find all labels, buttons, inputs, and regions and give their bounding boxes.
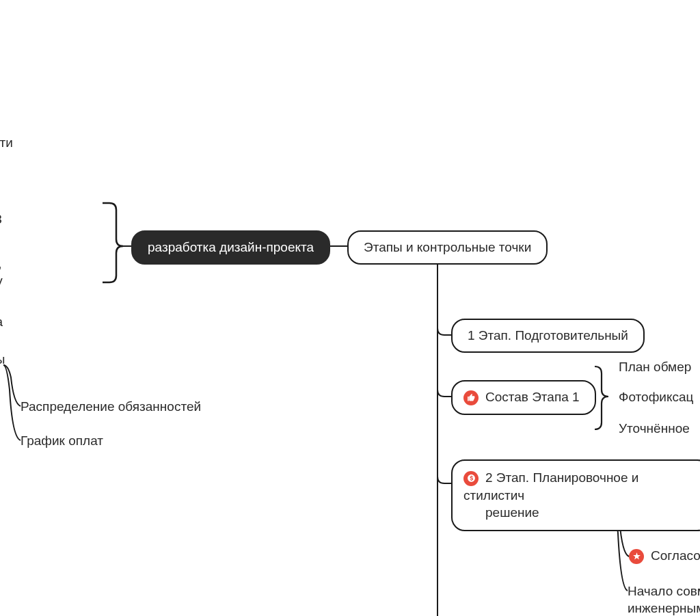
stage1-node[interactable]: 1 Этап. Подготовительный	[451, 319, 645, 353]
sub-duties[interactable]: Распределение обязанностей	[21, 399, 201, 414]
comp1-child-a[interactable]: План обмер	[619, 360, 691, 375]
sub-payments[interactable]: График оплат	[21, 433, 103, 448]
root-node[interactable]: разработка дизайн-проекта	[131, 230, 330, 265]
dollar-icon	[463, 471, 479, 486]
frag-team: состава команды	[0, 352, 5, 367]
stage2-line2: решение	[485, 505, 539, 520]
frag-photo-line2: к по проекту	[0, 273, 3, 289]
frag-tz: ТЗ	[0, 212, 2, 227]
comp1-child-c[interactable]: Уточнённое	[619, 421, 690, 436]
stage2-line1: 2 Этап. Планировочное и стилистич	[463, 470, 638, 503]
stage2-child-b1[interactable]: Начало совме	[628, 584, 700, 599]
star-icon	[629, 549, 644, 564]
stages-node[interactable]: Этапы и контрольные точки	[347, 230, 548, 265]
comp1-label: Состав Этапа 1	[485, 390, 580, 404]
comp1-child-b[interactable]: Фотофиксац	[619, 390, 693, 405]
comp1-node[interactable]: Состав Этапа 1	[451, 380, 596, 415]
frag-photo-line1: офиксация,	[0, 256, 1, 271]
stage2-node[interactable]: 2 Этап. Планировочное и стилистич решени…	[451, 459, 700, 531]
thumbs-up-icon	[463, 390, 479, 405]
stage2-child-b2: инженерными	[628, 601, 700, 616]
frag-ta: та	[0, 314, 3, 330]
stage2-child-a[interactable]: Согласова	[629, 548, 700, 564]
stage2-child-a-label: Согласова	[651, 548, 700, 563]
mindmap-canvas[interactable]: бходимости ТЗ офиксация, к по проекту та…	[0, 0, 700, 616]
frag-necessity: бходимости	[0, 135, 13, 150]
